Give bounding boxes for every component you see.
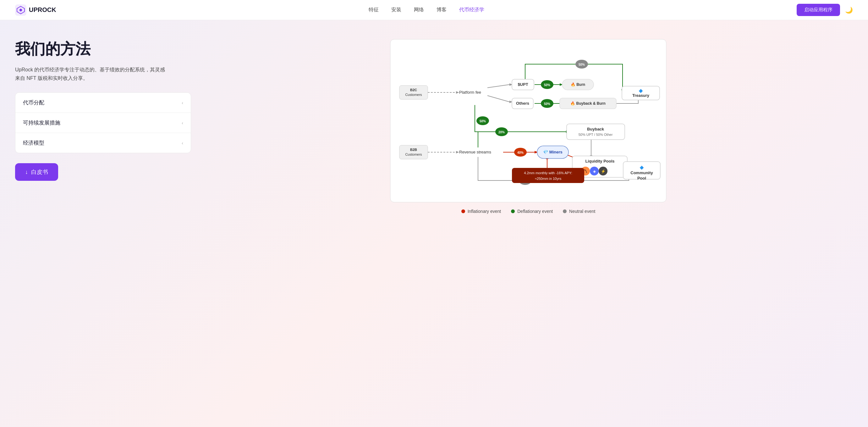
page-description: UpRock 的代币经济学专注于动态的、基于绩效的分配系统，其灵感来自 NFT …: [15, 65, 166, 82]
deflationary-dot: [511, 209, 515, 213]
navigation: UPROCK 特征 安装 网络 博客 代币经济学 启动应用程序 🌙: [0, 0, 868, 20]
accordion-label-sustainability: 可持续发展措施: [23, 119, 60, 126]
inflationary-dot: [461, 209, 465, 213]
launch-button[interactable]: 启动应用程序: [797, 4, 840, 16]
svg-text:50%: 50%: [544, 102, 550, 105]
svg-text:50% UPT / 50% Other: 50% UPT / 50% Other: [579, 133, 613, 136]
svg-rect-72: [512, 168, 584, 183]
svg-text:4.2mm monthly with -16% APY:: 4.2mm monthly with -16% APY:: [524, 171, 572, 175]
svg-text:🔥 Burn: 🔥 Burn: [571, 82, 585, 87]
svg-text:20%: 20%: [498, 130, 505, 134]
svg-text:50%: 50%: [579, 63, 585, 66]
svg-text:◈: ◈: [593, 169, 596, 174]
diagram-wrapper: B2C Customers B2B Customers Platform fee…: [390, 39, 666, 204]
accordion-item-economic-model[interactable]: 经济模型 ‹: [16, 133, 191, 153]
inflationary-label: Inflationary event: [468, 209, 501, 214]
page-title: 我们的方法: [15, 39, 191, 59]
tokenomics-diagram: B2C Customers B2B Customers Platform fee…: [390, 39, 666, 203]
svg-text:💎 Miners: 💎 Miners: [543, 149, 562, 155]
accordion-item-sustainability[interactable]: 可持续发展措施 ‹: [16, 113, 191, 133]
svg-text:🔷: 🔷: [640, 165, 644, 170]
svg-text:B2B: B2B: [410, 148, 417, 152]
svg-text:🔥 Buyback & Burn: 🔥 Buyback & Burn: [570, 101, 606, 105]
deflationary-label: Deflationary event: [517, 209, 553, 214]
nav-item-blog[interactable]: 博客: [436, 7, 446, 13]
svg-point-1: [20, 9, 22, 11]
nav-item-tokenomics[interactable]: 代币经济学: [459, 7, 484, 13]
svg-text:Community: Community: [630, 171, 653, 175]
whitepaper-button[interactable]: ↓ 白皮书: [15, 163, 58, 181]
neutral-label: Neutral event: [569, 209, 595, 214]
logo-icon: [15, 4, 26, 16]
svg-text:40%: 40%: [517, 151, 524, 154]
nav-links: 特征 安装 网络 博客 代币经济学: [369, 7, 484, 13]
svg-text:Revenue streams: Revenue streams: [459, 150, 491, 154]
legend: Inflationary event Deflationary event Ne…: [461, 209, 595, 214]
svg-text:🔷: 🔷: [639, 89, 643, 93]
dark-mode-toggle[interactable]: 🌙: [845, 6, 853, 14]
svg-text:Others: Others: [516, 101, 529, 105]
svg-text:$UPT: $UPT: [518, 82, 528, 87]
svg-rect-59: [567, 124, 625, 140]
svg-rect-26: [399, 86, 428, 99]
nav-right: 启动应用程序 🌙: [797, 4, 853, 16]
whitepaper-label: 白皮书: [31, 168, 48, 176]
svg-text:Buyback: Buyback: [587, 127, 604, 131]
accordion-label-token-distribution: 代币分配: [23, 99, 44, 106]
nav-item-network[interactable]: 网络: [414, 7, 424, 13]
legend-inflationary: Inflationary event: [461, 209, 501, 214]
svg-text:50%: 50%: [479, 120, 486, 123]
nav-item-features[interactable]: 特征: [369, 7, 379, 13]
svg-text:⚡: ⚡: [601, 169, 606, 174]
logo[interactable]: UPROCK: [15, 4, 56, 16]
svg-text:Pool: Pool: [637, 176, 646, 181]
neutral-dot: [563, 209, 567, 213]
svg-text:Treasury: Treasury: [632, 93, 650, 98]
svg-rect-29: [399, 145, 428, 159]
svg-text:B2C: B2C: [410, 88, 417, 92]
nav-item-install[interactable]: 安装: [391, 7, 401, 13]
logo-text: UPROCK: [29, 6, 56, 13]
svg-text:Platform fee: Platform fee: [459, 90, 481, 95]
chevron-icon-2: ‹: [182, 141, 183, 146]
left-panel: 我们的方法 UpRock 的代币经济学专注于动态的、基于绩效的分配系统，其灵感来…: [15, 39, 191, 415]
svg-text:≈250mm in 10yrs: ≈250mm in 10yrs: [535, 177, 562, 181]
svg-text:Customers: Customers: [405, 152, 422, 156]
page-body: 我们的方法 UpRock 的代币经济学专注于动态的、基于绩效的分配系统，其灵感来…: [0, 20, 868, 427]
accordion-label-economic-model: 经济模型: [23, 139, 44, 147]
chevron-icon-0: ‹: [182, 100, 183, 105]
chevron-icon-1: ‹: [182, 120, 183, 125]
svg-text:Liquidity Pools: Liquidity Pools: [585, 159, 614, 163]
accordion: 代币分配 ‹ 可持续发展措施 ‹ 经济模型 ‹: [15, 92, 191, 153]
svg-text:Customers: Customers: [405, 93, 422, 96]
legend-neutral: Neutral event: [563, 209, 595, 214]
accordion-item-token-distribution[interactable]: 代币分配 ‹: [16, 93, 191, 113]
legend-deflationary: Deflationary event: [511, 209, 553, 214]
right-panel: B2C Customers B2B Customers Platform fee…: [204, 39, 853, 415]
svg-text:50%: 50%: [544, 83, 550, 87]
download-icon: ↓: [25, 169, 28, 176]
